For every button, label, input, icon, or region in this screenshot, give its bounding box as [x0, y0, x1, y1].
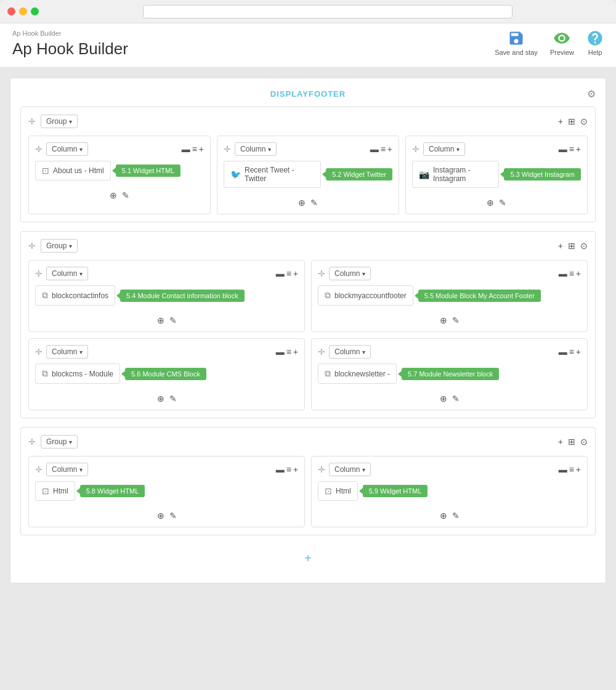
group-down-icon-2[interactable]: ⊙ [580, 241, 588, 251]
col-edit-icon-1[interactable]: ✎ [122, 190, 129, 200]
col-header-1: ✛ Column ▬ ≡ + [35, 142, 204, 156]
col-drag-6[interactable]: ✛ [35, 347, 43, 357]
col-add-icon-3[interactable]: ⊕ [487, 198, 494, 208]
col-minus-icon-7[interactable]: ▬ [559, 347, 567, 357]
badge-9: 5.9 Widget HTML [363, 485, 428, 497]
col-list-icon-9[interactable]: ≡ [569, 465, 574, 474]
module-icon-6: ⧉ [42, 368, 48, 379]
col-plus-icon-9[interactable]: + [576, 465, 581, 474]
col-plus-icon-5[interactable]: + [576, 269, 581, 278]
drag-handle-1[interactable]: ✛ [28, 116, 36, 126]
url-bar[interactable] [143, 5, 513, 18]
col-add-icon-8[interactable]: ⊕ [157, 511, 164, 521]
col-add-icon-9[interactable]: ⊕ [440, 511, 447, 521]
group-dropdown-1[interactable]: Group [41, 115, 78, 128]
col-dropdown-8[interactable]: Column [46, 463, 88, 476]
col-drag-8[interactable]: ✛ [35, 465, 43, 474]
col-dropdown-2[interactable]: Column [235, 142, 277, 156]
col-edit-icon-9[interactable]: ✎ [452, 511, 460, 521]
group-add-icon-1[interactable]: + [558, 116, 563, 126]
col-edit-icon-2[interactable]: ✎ [310, 198, 318, 208]
maximize-button[interactable] [31, 7, 39, 15]
module-text-8: Html [53, 487, 68, 495]
col-list-icon-1[interactable]: ≡ [192, 144, 197, 154]
group-dropdown-3[interactable]: Group [41, 435, 78, 448]
col-drag-1[interactable]: ✛ [35, 144, 43, 154]
col-drag-2[interactable]: ✛ [224, 144, 231, 154]
col-dropdown-7[interactable]: Column [329, 345, 371, 359]
col-plus-icon-6[interactable]: + [293, 347, 298, 357]
badge-1: 5.1 Widget HTML [116, 164, 181, 177]
col-add-icon-2[interactable]: ⊕ [298, 198, 306, 208]
col-minus-icon-1[interactable]: ▬ [182, 144, 190, 154]
col-footer-2: ⊕ ✎ [224, 194, 392, 208]
col-add-icon-6[interactable]: ⊕ [157, 394, 164, 404]
col-dropdown-9[interactable]: Column [329, 463, 371, 476]
col-list-icon-8[interactable]: ≡ [286, 465, 291, 474]
help-button[interactable]: Help [586, 30, 604, 56]
group-add-icon-2[interactable]: + [558, 241, 563, 251]
minimize-button[interactable] [19, 7, 27, 15]
col-minus-icon-8[interactable]: ▬ [276, 465, 285, 474]
col-drag-9[interactable]: ✛ [318, 465, 325, 474]
col-edit-icon-4[interactable]: ✎ [169, 315, 177, 325]
module-row-4: ⧉ blockcontactinfos 5.4 Module Contact i… [35, 285, 298, 306]
col-dropdown-1[interactable]: Column [46, 142, 88, 156]
bottom-add-button[interactable]: + [20, 544, 596, 573]
col-minus-icon-2[interactable]: ▬ [370, 144, 379, 154]
col-plus-icon-2[interactable]: + [387, 144, 392, 154]
col-list-icon-5[interactable]: ≡ [569, 269, 574, 278]
col-add-icon-4[interactable]: ⊕ [157, 315, 164, 325]
col-drag-4[interactable]: ✛ [35, 269, 43, 278]
col-add-icon-7[interactable]: ⊕ [440, 394, 447, 404]
col-dropdown-4[interactable]: Column [46, 267, 88, 280]
group-down-icon-3[interactable]: ⊙ [580, 437, 588, 447]
col-dropdown-6[interactable]: Column [46, 345, 88, 359]
group-grid-icon-1[interactable]: ⊞ [568, 116, 575, 126]
col-list-icon-2[interactable]: ≡ [381, 144, 386, 154]
col-minus-icon-5[interactable]: ▬ [559, 269, 567, 278]
col-drag-5[interactable]: ✛ [318, 269, 325, 278]
group-header-right-2: + ⊞ ⊙ [558, 241, 588, 251]
col-list-icon-4[interactable]: ≡ [286, 269, 291, 278]
col-drag-7[interactable]: ✛ [318, 347, 325, 357]
col-list-icon-7[interactable]: ≡ [569, 347, 574, 357]
group-down-icon-1[interactable]: ⊙ [580, 116, 588, 126]
col-plus-icon-1[interactable]: + [199, 144, 204, 154]
hook-gear-icon[interactable]: ⚙ [587, 88, 596, 100]
col-plus-icon-4[interactable]: + [293, 269, 298, 278]
col-add-icon-1[interactable]: ⊕ [110, 190, 117, 200]
col-minus-icon-6[interactable]: ▬ [276, 347, 285, 357]
col-list-icon-6[interactable]: ≡ [286, 347, 291, 357]
col-edit-icon-8[interactable]: ✎ [169, 511, 177, 521]
col-drag-3[interactable]: ✛ [412, 144, 419, 154]
col-minus-icon-4[interactable]: ▬ [276, 269, 285, 278]
col-header-8: ✛ Column ▬ ≡ + [35, 463, 298, 476]
drag-handle-2[interactable]: ✛ [28, 241, 36, 251]
module-icon-4: ⧉ [42, 290, 48, 301]
col-plus-icon-3[interactable]: + [576, 144, 581, 154]
group-add-icon-3[interactable]: + [558, 437, 563, 447]
group-dropdown-2[interactable]: Group [41, 239, 78, 253]
col-dropdown-3[interactable]: Column [423, 142, 465, 156]
save-stay-button[interactable]: Save and stay [495, 30, 538, 56]
col-edit-icon-3[interactable]: ✎ [499, 198, 506, 208]
col-plus-icon-7[interactable]: + [576, 347, 581, 357]
col-dropdown-5[interactable]: Column [329, 267, 371, 280]
drag-handle-3[interactable]: ✛ [28, 437, 36, 447]
col-edit-icon-7[interactable]: ✎ [452, 394, 460, 404]
group-grid-icon-3[interactable]: ⊞ [568, 437, 575, 447]
col-list-icon-3[interactable]: ≡ [569, 144, 574, 154]
close-button[interactable] [7, 7, 15, 15]
col-header-4: ✛ Column ▬ ≡ + [35, 267, 298, 280]
col-header-right-8: ▬ ≡ + [276, 465, 298, 474]
col-add-icon-5[interactable]: ⊕ [440, 315, 447, 325]
col-edit-icon-6[interactable]: ✎ [169, 394, 177, 404]
preview-button[interactable]: Preview [550, 30, 574, 56]
col-minus-icon-3[interactable]: ▬ [559, 144, 567, 154]
col-edit-icon-5[interactable]: ✎ [452, 315, 460, 325]
col-minus-icon-9[interactable]: ▬ [559, 465, 567, 474]
col-plus-icon-8[interactable]: + [293, 465, 298, 474]
group-grid-icon-2[interactable]: ⊞ [568, 241, 575, 251]
group-header-1: ✛ Group + ⊞ ⊙ [28, 115, 588, 128]
